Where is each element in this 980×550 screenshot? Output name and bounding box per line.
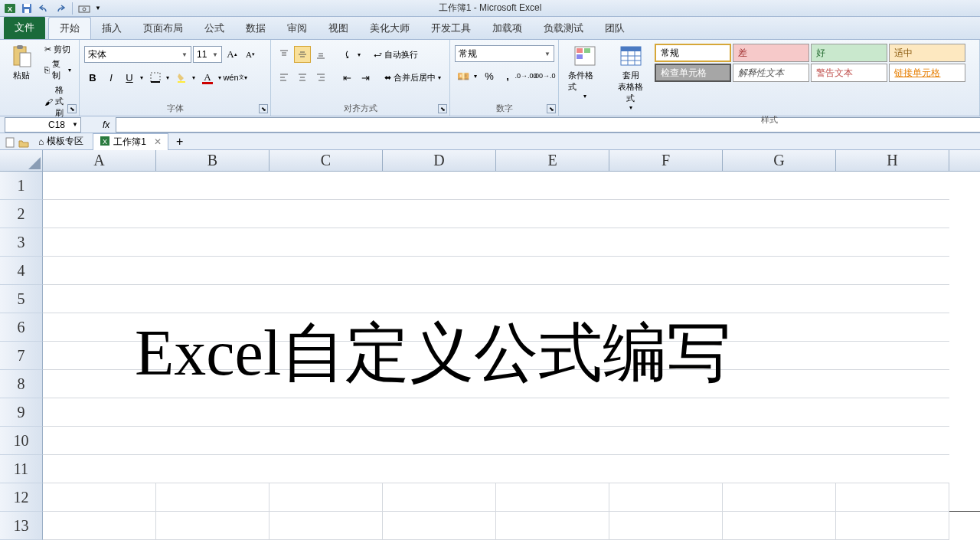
excel-icon[interactable]: X	[2, 2, 18, 15]
col-header-E[interactable]: E	[496, 150, 609, 171]
save-icon[interactable]	[19, 2, 34, 15]
tab-data[interactable]: 数据	[235, 18, 276, 39]
alignment-launcher[interactable]: ⬊	[438, 104, 447, 113]
shrink-font-button[interactable]: A▾	[242, 46, 259, 63]
col-header-H[interactable]: H	[836, 150, 949, 171]
currency-button[interactable]: 💴▾	[455, 67, 479, 84]
font-color-button[interactable]: A▾	[199, 69, 224, 86]
col-header-F[interactable]: F	[609, 150, 723, 171]
col-header-B[interactable]: B	[156, 150, 270, 171]
border-button[interactable]: ▾	[147, 69, 172, 86]
percent-button[interactable]: %	[481, 67, 498, 84]
font-size-select[interactable]: 11▼	[193, 46, 222, 63]
increase-indent-button[interactable]: ⇥	[357, 69, 374, 86]
tab-loadtest[interactable]: 负载测试	[533, 18, 594, 39]
redo-icon[interactable]	[53, 2, 68, 15]
row-header-9[interactable]: 9	[0, 398, 43, 427]
merge-center-button[interactable]: ⬌合并后居中▾	[381, 70, 444, 85]
select-all-corner[interactable]	[0, 150, 43, 171]
style-warn[interactable]: 警告文本	[811, 64, 887, 82]
svg-rect-10	[151, 73, 160, 82]
cut-button[interactable]: ✂剪切	[41, 42, 74, 57]
align-right-button[interactable]	[312, 69, 329, 86]
row-header-5[interactable]: 5	[0, 285, 43, 313]
tab-file[interactable]: 文件	[4, 16, 45, 39]
style-link[interactable]: 链接单元格	[889, 64, 965, 82]
clipboard-launcher[interactable]: ⬊	[67, 104, 77, 113]
phonetic-button[interactable]: wén文▾	[225, 69, 250, 86]
align-middle-button[interactable]	[294, 46, 311, 63]
cells-area[interactable]: Excel自定义公式编写	[43, 172, 980, 540]
tab-review[interactable]: 审阅	[276, 18, 318, 39]
font-name-select[interactable]: 宋体▼	[84, 46, 191, 63]
col-header-A[interactable]: A	[43, 150, 156, 171]
grow-font-button[interactable]: A▴	[224, 46, 240, 63]
tab-beautify[interactable]: 美化大师	[359, 18, 420, 39]
row-header-2[interactable]: 2	[0, 200, 43, 228]
align-top-button[interactable]	[276, 46, 292, 63]
row-header-3[interactable]: 3	[0, 228, 43, 257]
number-format-select[interactable]: 常规▼	[455, 45, 554, 62]
style-neutral[interactable]: 适中	[889, 44, 965, 62]
comma-button[interactable]: ,	[499, 67, 516, 84]
style-check[interactable]: 检查单元格	[655, 64, 731, 82]
style-good[interactable]: 好	[811, 44, 887, 62]
name-box[interactable]: C18▼	[5, 117, 81, 133]
align-center-button[interactable]	[294, 69, 311, 86]
col-header-G[interactable]: G	[723, 150, 836, 171]
close-icon[interactable]: ✕	[154, 136, 162, 147]
row-header-6[interactable]: 6	[0, 313, 43, 342]
row-header-7[interactable]: 7	[0, 342, 43, 370]
align-bottom-button[interactable]	[312, 46, 329, 63]
row-header-8[interactable]: 8	[0, 370, 43, 398]
row-header-1[interactable]: 1	[0, 172, 43, 200]
templates-tab[interactable]: ⌂ 模板专区	[32, 133, 90, 149]
cell-styles-gallery: 常规 差 好 适中 检查单元格 解释性文本 警告文本 链接单元格	[655, 42, 975, 83]
wrap-text-button[interactable]: ⮐自动换行	[371, 47, 421, 62]
camera-icon[interactable]	[77, 2, 92, 15]
orientation-button[interactable]: ⤹▾	[338, 46, 363, 63]
tab-insert[interactable]: 插入	[91, 18, 132, 39]
font-launcher[interactable]: ⬊	[259, 104, 268, 113]
row-header-11[interactable]: 11	[0, 455, 43, 483]
row-header-12[interactable]: 12	[0, 483, 43, 512]
row-header-13[interactable]: 13	[0, 512, 43, 540]
tab-developer[interactable]: 开发工具	[420, 18, 482, 39]
fill-color-button[interactable]: ▾	[173, 69, 198, 86]
format-as-table-button[interactable]: 套用 表格格式 ▾	[609, 42, 652, 113]
conditional-format-button[interactable]: 条件格式 ▾	[564, 42, 606, 101]
open-folder-icon[interactable]	[18, 137, 29, 146]
underline-button[interactable]: U▾	[121, 69, 145, 86]
qat-dropdown-icon[interactable]: ▼	[93, 2, 103, 15]
tab-layout[interactable]: 页面布局	[132, 18, 194, 39]
number-launcher[interactable]: ⬊	[547, 104, 556, 113]
italic-button[interactable]: I	[103, 69, 119, 86]
undo-icon[interactable]	[36, 2, 51, 15]
decrease-indent-button[interactable]: ⇤	[338, 69, 355, 86]
align-left-button[interactable]	[276, 69, 292, 86]
new-doc-icon[interactable]	[5, 137, 15, 146]
tab-formulas[interactable]: 公式	[194, 18, 235, 39]
tab-view[interactable]: 视图	[318, 18, 359, 39]
add-tab-button[interactable]: +	[172, 135, 188, 149]
col-header-D[interactable]: D	[383, 150, 496, 171]
workbook-tab[interactable]: X 工作簿1 ✕	[93, 133, 168, 150]
tab-home[interactable]: 开始	[48, 17, 91, 39]
col-header-C[interactable]: C	[270, 150, 383, 171]
decrease-decimal-button[interactable]: .00→.0	[536, 67, 553, 84]
table-icon	[619, 44, 643, 68]
paste-button[interactable]: 粘贴	[5, 42, 38, 83]
style-explain[interactable]: 解释性文本	[733, 64, 809, 82]
row-header-4[interactable]: 4	[0, 257, 43, 285]
format-painter-button[interactable]: 🖌格式刷	[41, 83, 74, 120]
row-header-10[interactable]: 10	[0, 427, 43, 455]
increase-decimal-button[interactable]: .0→.00	[518, 67, 534, 84]
tab-addins[interactable]: 加载项	[482, 18, 533, 39]
copy-button[interactable]: ⎘复制▾	[41, 57, 74, 83]
tab-team[interactable]: 团队	[594, 18, 635, 39]
fx-icon[interactable]: fx	[103, 119, 109, 130]
wrap-icon: ⮐	[374, 50, 382, 59]
style-bad[interactable]: 差	[733, 44, 809, 62]
style-normal[interactable]: 常规	[655, 44, 731, 62]
bold-button[interactable]: B	[84, 69, 101, 86]
